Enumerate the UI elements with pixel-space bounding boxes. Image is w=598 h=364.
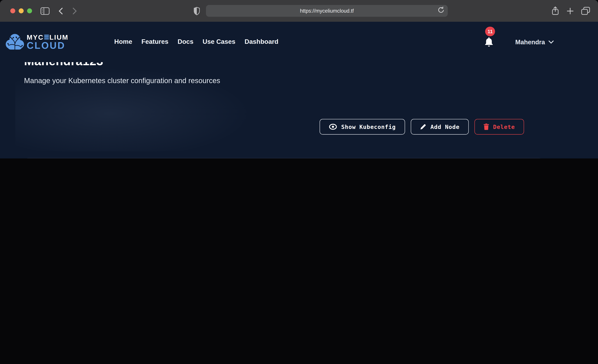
url-text: https://myceliumcloud.tf bbox=[300, 8, 354, 14]
page-content: Mahendra123 bbox=[0, 22, 598, 158]
forward-button-icon[interactable] bbox=[73, 0, 77, 22]
delete-cluster-button[interactable]: Delete bbox=[474, 119, 524, 134]
logo-prefix: MYC bbox=[27, 34, 44, 41]
add-node-label: Add Node bbox=[430, 123, 459, 130]
address-bar[interactable]: https://myceliumcloud.tf bbox=[206, 5, 448, 17]
project-info: Project Name Mahendra123 Created 10/29/2… bbox=[25, 158, 543, 158]
pencil-icon bbox=[420, 124, 426, 130]
notifications-button[interactable]: 11 bbox=[483, 36, 495, 48]
delete-label: Delete bbox=[493, 123, 515, 130]
nav-item-dashboard[interactable]: Dashboard bbox=[244, 38, 278, 46]
user-menu[interactable]: Mahendra bbox=[515, 38, 554, 46]
main-nav: Home Features Docs Use Cases Dashboard bbox=[114, 38, 278, 46]
new-tab-icon[interactable] bbox=[567, 0, 573, 22]
minimize-window-button[interactable] bbox=[19, 8, 24, 13]
privacy-shield-icon[interactable] bbox=[193, 0, 200, 22]
close-window-button[interactable] bbox=[10, 8, 15, 13]
logo-e-bars-icon bbox=[44, 35, 49, 40]
browser-toolbar: https://myceliumcloud.tf bbox=[0, 0, 598, 22]
back-button-icon[interactable] bbox=[58, 0, 63, 22]
sidebar-toggle-icon[interactable] bbox=[41, 0, 50, 22]
share-icon[interactable] bbox=[552, 0, 559, 22]
logo-line2: CLOUD bbox=[27, 40, 65, 50]
notification-badge: 11 bbox=[485, 27, 495, 36]
user-name: Mahendra bbox=[515, 38, 545, 46]
logo-cloud-icon bbox=[5, 33, 25, 51]
logo[interactable]: MYCLIUM CLOUD bbox=[5, 33, 68, 51]
nav-item-features[interactable]: Features bbox=[141, 38, 168, 46]
logo-text: MYCLIUM CLOUD bbox=[27, 34, 68, 50]
nav-item-docs[interactable]: Docs bbox=[178, 38, 193, 46]
show-kubeconfig-button[interactable]: Show Kubeconfig bbox=[319, 119, 405, 134]
reload-icon[interactable] bbox=[438, 7, 444, 14]
show-kubeconfig-label: Show Kubeconfig bbox=[341, 123, 396, 130]
logo-suffix: LIUM bbox=[50, 34, 68, 41]
bell-icon bbox=[483, 36, 495, 48]
stage: https://myceliumcloud.tf Mahendra123 bbox=[0, 0, 598, 158]
add-node-button[interactable]: Add Node bbox=[411, 119, 469, 134]
header-right: 11 Mahendra bbox=[483, 36, 554, 48]
zoom-window-button[interactable] bbox=[27, 8, 32, 13]
cluster-card: Project Name Mahendra123 Created 10/29/2… bbox=[25, 158, 543, 158]
site-header: MYCLIUM CLOUD Home Features Docs Use Cas… bbox=[0, 22, 598, 62]
chevron-down-icon bbox=[548, 40, 554, 44]
browser-window: https://myceliumcloud.tf Mahendra123 bbox=[0, 0, 598, 158]
page-subtitle: Manage your Kubernetes cluster configura… bbox=[24, 76, 598, 85]
window-controls bbox=[10, 8, 32, 13]
trash-icon bbox=[483, 124, 489, 130]
tab-overview-icon[interactable] bbox=[581, 0, 590, 22]
nav-item-use-cases[interactable]: Use Cases bbox=[203, 38, 235, 46]
nav-item-home[interactable]: Home bbox=[114, 38, 132, 46]
eye-icon bbox=[329, 124, 337, 130]
